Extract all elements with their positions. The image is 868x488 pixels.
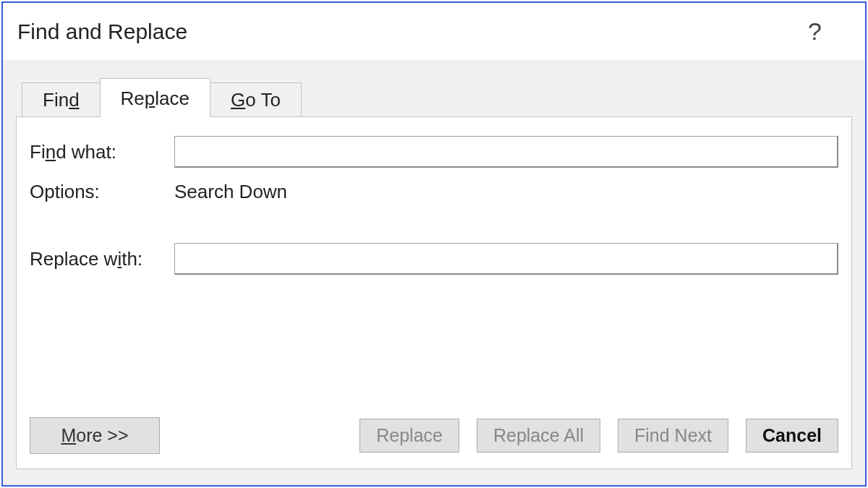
button-row: More >> Replace Replace All Find Next Ca… <box>30 417 838 454</box>
title-bar: Find and Replace ? <box>3 3 865 60</box>
tab-replace[interactable]: Replace <box>100 78 210 117</box>
tab-row: Find Replace Go To <box>22 78 852 117</box>
dialog-body: Find Replace Go To Find what: Options: S… <box>3 60 865 485</box>
tab-goto[interactable]: Go To <box>210 82 302 117</box>
find-what-row: Find what: <box>30 136 838 168</box>
find-replace-dialog: Find and Replace ? Find Replace Go To Fi… <box>1 1 867 487</box>
cancel-button[interactable]: Cancel <box>746 419 838 453</box>
find-what-label: Find what: <box>30 141 174 163</box>
find-next-button[interactable]: Find Next <box>618 419 728 453</box>
replace-with-row: Replace with: <box>30 243 838 275</box>
dialog-title: Find and Replace <box>17 20 187 44</box>
tab-find[interactable]: Find <box>22 82 101 117</box>
help-button[interactable]: ? <box>786 17 843 46</box>
tab-pane: Find what: Options: Search Down Replace … <box>16 116 852 469</box>
options-value: Search Down <box>174 181 287 203</box>
replace-all-button[interactable]: Replace All <box>477 419 600 453</box>
options-row: Options: Search Down <box>30 181 838 203</box>
options-label: Options: <box>30 181 174 203</box>
replace-with-input[interactable] <box>174 243 838 275</box>
replace-with-label: Replace with: <box>30 248 174 270</box>
replace-button[interactable]: Replace <box>359 419 459 453</box>
more-button[interactable]: More >> <box>30 417 160 454</box>
find-what-input[interactable] <box>174 136 838 168</box>
